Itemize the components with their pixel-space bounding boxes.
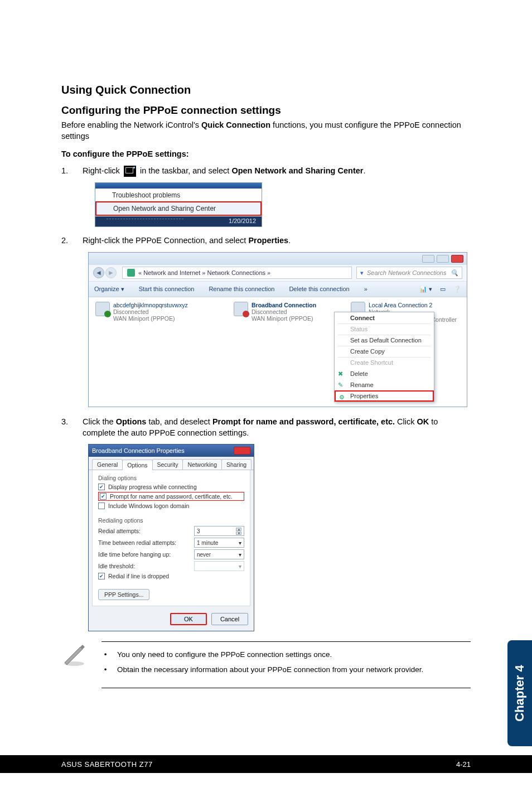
conn1-device: WAN Miniport (PPPOE)	[113, 315, 188, 322]
dialog-panel: Dialing options ✔Display progress while …	[92, 470, 250, 606]
heading-quick-connection: Using Quick Connection	[61, 84, 471, 96]
network-folder-icon	[127, 269, 135, 277]
ctx-connect[interactable]: Connect	[335, 312, 434, 323]
step-1-bold: Open Network and Sharing Center	[231, 166, 363, 175]
step-1-number: 1.	[61, 165, 83, 176]
nav-forward-button[interactable]: ►	[105, 267, 117, 278]
ctx-delete[interactable]: ✖Delete	[335, 368, 434, 379]
breadcrumb[interactable]: « Network and Internet » Network Connect…	[122, 267, 352, 279]
connection-icon	[95, 302, 110, 316]
step-3-bold-ok: OK	[417, 417, 429, 426]
connection-item-1[interactable]: abcdefghijklmnopqrstuvwxyz Disconnected …	[95, 302, 207, 322]
toolbar-view-icon[interactable]: 📊 ▾	[419, 286, 432, 293]
checkbox-display-progress[interactable]: ✔Display progress while connecting	[98, 484, 244, 490]
window-close-button[interactable]	[451, 255, 463, 263]
step-1-text-c: .	[363, 166, 365, 175]
toolbar: Organize ▾ Start this connection Rename …	[89, 282, 467, 297]
field-time-between[interactable]: 1 minute▾	[194, 538, 244, 548]
tab-sharing[interactable]: Sharing	[221, 459, 252, 470]
to-configure-colon: :	[186, 149, 189, 158]
menu-troubleshoot[interactable]: Troubleshoot problems	[95, 189, 262, 201]
spinner-icon[interactable]: ▴▾	[236, 528, 241, 535]
to-configure-line: To configure the PPPoE settings:	[61, 149, 471, 158]
label-idle-time: Idle time before hanging up:	[98, 551, 171, 558]
value-redial-attempts: 3	[197, 528, 200, 534]
footer-product: ASUS SABERTOOTH Z77	[61, 760, 153, 769]
tab-options[interactable]: Options	[122, 460, 152, 470]
connection-item-2[interactable]: Broadband Connection Disconnected WAN Mi…	[234, 302, 340, 322]
intro-bold: Quick Connection	[201, 120, 270, 129]
delete-icon: ✖	[338, 370, 346, 378]
step-1-text-a: Right-click	[83, 166, 122, 175]
window-minimize-button[interactable]	[422, 255, 434, 263]
conn1-name: abcdefghijklmnopqrstuvwxyz	[113, 302, 188, 308]
checkbox-include-domain[interactable]: Include Windows logon domain	[98, 503, 244, 509]
page-footer: ASUS SABERTOOTH Z77 4-21	[0, 755, 532, 773]
address-bar: ◄ ► « Network and Internet » Network Con…	[89, 265, 467, 282]
step-3-number: 3.	[61, 416, 83, 427]
step-1: 1. Right-click in the taskbar, and selec…	[61, 165, 471, 177]
window-maximize-button[interactable]	[437, 255, 449, 263]
screenshot-properties-dialog: Broadband Connection Properties General …	[88, 444, 254, 631]
shot1-menu: Troubleshoot problems Open Network and S…	[95, 189, 262, 216]
conn2-name: Broadband Connection	[252, 302, 316, 308]
step-2-body: Right-click the PPPoE Connection, and se…	[83, 235, 471, 246]
tab-networking[interactable]: Networking	[182, 459, 222, 470]
menu-open-network-center[interactable]: Open Network and Sharing Center	[95, 201, 262, 216]
dropdown-icon: ▾	[239, 563, 241, 569]
toolbar-more[interactable]: »	[364, 286, 367, 293]
note-section: •You only need to configure the PPPoE co…	[61, 641, 471, 688]
field-redial-attempts[interactable]: 3▴▾	[194, 526, 244, 536]
toolbar-preview-icon[interactable]: ▭	[440, 286, 446, 293]
row-time-between: Time between redial attempts: 1 minute▾	[98, 538, 244, 548]
shot1-titlebar	[95, 183, 262, 189]
dialog-titlebar: Broadband Connection Properties	[89, 445, 254, 457]
toolbar-start-connection[interactable]: Start this connection	[139, 286, 195, 293]
label-time-between: Time between redial attempts:	[98, 539, 176, 546]
breadcrumb-text: « Network and Internet » Network Connect…	[138, 269, 270, 276]
checkbox-icon: ✔	[98, 484, 105, 490]
tab-security[interactable]: Security	[152, 459, 183, 470]
checkbox-prompt-password[interactable]: ✔Prompt for name and password, certifica…	[98, 492, 244, 501]
status-badge-icon	[104, 311, 111, 317]
row-idle-threshold: Idle threshold: ▾	[98, 561, 244, 571]
cancel-button[interactable]: Cancel	[211, 613, 248, 625]
pen-note-icon	[61, 641, 87, 667]
step-3-bold-prompt: Prompt for name and password, certificat…	[212, 417, 395, 426]
dropdown-icon: ▾	[239, 552, 241, 558]
ok-button[interactable]: OK	[170, 613, 207, 625]
ctx-delete-label: Delete	[350, 370, 368, 377]
toolbar-rename-connection[interactable]: Rename this connection	[209, 286, 274, 293]
toolbar-help-icon[interactable]: ❔	[453, 286, 461, 293]
step-3-bold-options: Options	[116, 417, 147, 426]
ctx-set-default[interactable]: Set as Default Connection	[335, 335, 434, 346]
connection-icon	[234, 302, 248, 316]
label-redial-attempts: Redial attempts:	[98, 528, 141, 534]
properties-icon: ⚙	[339, 394, 347, 402]
toolbar-delete-connection[interactable]: Delete this connection	[289, 286, 349, 293]
tab-general[interactable]: General	[92, 459, 123, 470]
value-time-between: 1 minute	[197, 540, 218, 546]
intro-text-a: Before enabling the Network iControl's	[61, 120, 201, 129]
checkbox-redial-if-dropped[interactable]: ✔Redial if line is dropped	[98, 573, 244, 579]
step-2-number: 2.	[61, 235, 83, 246]
search-magnifier-icon: 🔍	[451, 269, 458, 277]
screenshot-context-menu: Troubleshoot problems Open Network and S…	[95, 182, 262, 227]
chapter-side-tab: Chapter 4	[507, 640, 532, 746]
dialog-close-button[interactable]	[234, 447, 250, 455]
toolbar-organize[interactable]: Organize ▾	[94, 286, 124, 293]
ctx-rename[interactable]: ✎Rename	[335, 379, 434, 390]
field-idle-time[interactable]: never▾	[194, 549, 244, 559]
checkbox-icon: ✔	[98, 573, 105, 579]
dropdown-icon: ▾	[239, 540, 241, 546]
bullet-icon: •	[104, 650, 107, 660]
network-tray-icon	[124, 166, 136, 177]
ppp-settings-button[interactable]: PPP Settings...	[98, 589, 149, 600]
group-redialing-options: Redialing options	[98, 517, 244, 524]
ctx-create-copy[interactable]: Create Copy	[335, 346, 434, 357]
conn2-device: WAN Miniport (PPPOE)	[252, 315, 316, 322]
search-input[interactable]: ▾Search Network Connections🔍	[356, 267, 462, 279]
ctx-properties[interactable]: ⚙Properties	[335, 390, 434, 402]
rename-icon: ✎	[338, 381, 346, 389]
nav-back-button[interactable]: ◄	[93, 267, 104, 278]
